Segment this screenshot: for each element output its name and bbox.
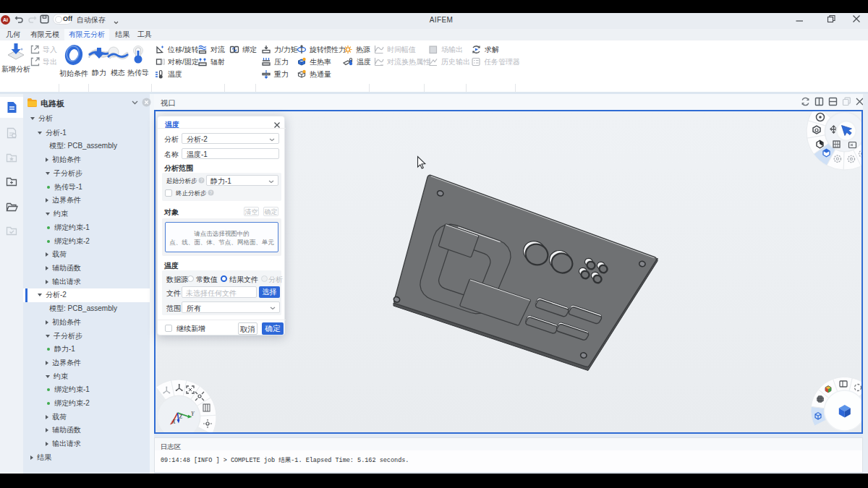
svg-text:Z: Z [179,414,183,420]
svg-text:?: ? [200,178,203,183]
svg-text:?: ? [210,190,213,195]
